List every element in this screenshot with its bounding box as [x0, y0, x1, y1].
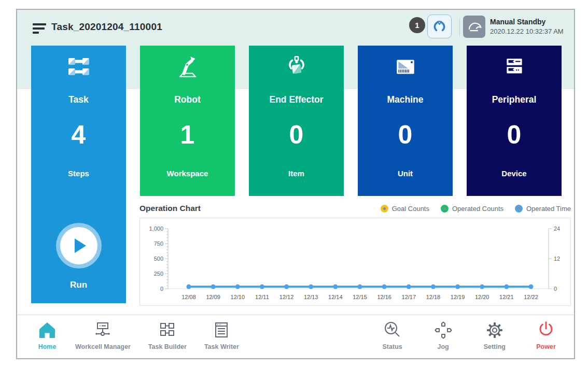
nav-jog[interactable]: Jog [433, 320, 454, 350]
svg-text:12/22: 12/22 [524, 294, 538, 300]
legend-operated-counts: Operated Counts [441, 205, 503, 213]
svg-text:12/17: 12/17 [402, 294, 416, 300]
workcell-manager-icon [92, 320, 113, 341]
card-task[interactable]: Task 4 Steps Run [31, 46, 126, 303]
nav-power[interactable]: Power [536, 320, 556, 350]
card-label: End Effector [249, 94, 344, 105]
nav-home[interactable]: Home [37, 320, 58, 350]
card-value: 0 [358, 120, 453, 150]
status-icon [382, 320, 403, 341]
machine-icon [358, 54, 453, 79]
svg-text:250: 250 [154, 271, 163, 277]
gripper-end-effector-icon [249, 54, 344, 79]
card-label: Machine [358, 94, 453, 105]
card-value: 0 [249, 120, 344, 150]
legend-operated-time: Operated Time [515, 205, 571, 213]
nav-label: Jog [438, 343, 449, 350]
nav-label: Task Builder [148, 343, 187, 350]
card-label: Task [31, 94, 126, 105]
svg-text:12/21: 12/21 [499, 294, 514, 300]
mode-label: Manual Standby [490, 17, 564, 27]
gripper-icon [432, 20, 446, 34]
card-value: 1 [140, 120, 235, 150]
card-unit: Device [467, 169, 562, 178]
goal-counts-dot-icon [381, 205, 388, 213]
run-button[interactable] [56, 223, 102, 269]
svg-text:12/20: 12/20 [475, 294, 489, 300]
manual-mode-button[interactable] [463, 16, 485, 38]
nav-label: Task Writer [204, 343, 239, 350]
card-label: Peripheral [467, 94, 562, 105]
operation-chart-svg: 02505007501,0000122412/0812/0912/1012/11… [140, 218, 570, 305]
task-icon [31, 54, 126, 79]
svg-text:12/15: 12/15 [353, 294, 367, 300]
jog-icon [433, 320, 454, 341]
svg-text:0: 0 [160, 286, 163, 292]
svg-text:12/08: 12/08 [181, 294, 196, 300]
chart-legend: Goal Counts Operated Counts Operated Tim… [381, 205, 571, 213]
card-unit: Steps [31, 169, 126, 178]
bottom-nav: Home Workcell Manager Task Builder [17, 315, 574, 358]
timestamp: 2020.12.22 10:32:37 AM [490, 27, 564, 36]
chart-title: Operation Chart [139, 204, 201, 213]
svg-text:12/09: 12/09 [206, 294, 220, 300]
svg-text:500: 500 [154, 256, 163, 262]
operated-time-dot-icon [515, 205, 523, 213]
card-machine[interactable]: Machine 0 Unit [358, 46, 453, 196]
card-unit: Workspace [140, 169, 235, 178]
card-end-effector[interactable]: End Effector 0 Item [249, 46, 344, 196]
robot-arm-icon [140, 54, 235, 79]
svg-text:12/11: 12/11 [255, 294, 269, 300]
card-robot[interactable]: Robot 1 Workspace [140, 46, 235, 196]
svg-text:12/10: 12/10 [231, 294, 245, 300]
svg-text:1,000: 1,000 [149, 225, 163, 232]
notification-badge[interactable]: 1 [409, 17, 425, 33]
nav-workcell-manager[interactable]: Workcell Manager [75, 320, 131, 350]
gripper-tool-button[interactable] [427, 15, 452, 38]
svg-text:0: 0 [554, 286, 557, 292]
nav-label: Workcell Manager [75, 343, 131, 350]
svg-text:12/16: 12/16 [377, 294, 391, 300]
legend-label: Operated Time [526, 205, 571, 213]
task-writer-icon [211, 320, 232, 341]
nav-status[interactable]: Status [382, 320, 403, 350]
chart-header: Operation Chart Goal Counts Operated Cou… [139, 202, 571, 215]
operated-counts-dot-icon [441, 205, 449, 213]
app-window: Task_20201204_110001 1 Manual Standby 20… [16, 9, 575, 359]
screen: Task_20201204_110001 1 Manual Standby 20… [0, 0, 588, 367]
svg-text:750: 750 [154, 241, 163, 247]
svg-text:12/19: 12/19 [451, 294, 465, 300]
card-label: Robot [140, 94, 235, 105]
svg-text:12/12: 12/12 [279, 294, 294, 300]
nav-task-builder[interactable]: Task Builder [148, 320, 187, 350]
header-divider [459, 19, 460, 36]
nav-setting[interactable]: Setting [484, 320, 506, 350]
operation-chart: 02505007501,0000122412/0812/0912/1012/11… [139, 218, 571, 306]
play-icon [60, 227, 97, 264]
hand-icon [466, 18, 483, 36]
svg-text:24: 24 [554, 225, 560, 232]
svg-text:12/13: 12/13 [304, 294, 318, 300]
svg-text:12/18: 12/18 [426, 294, 441, 300]
card-peripheral[interactable]: Peripheral 0 Device [467, 46, 562, 196]
home-icon [37, 320, 58, 341]
legend-label: Goal Counts [392, 205, 429, 213]
card-unit: Unit [358, 169, 453, 178]
task-builder-icon [157, 320, 178, 341]
nav-label: Power [536, 343, 556, 350]
power-icon [536, 320, 556, 341]
mode-status: Manual Standby 2020.12.22 10:32:37 AM [490, 17, 564, 36]
menu-icon[interactable] [33, 23, 47, 35]
svg-text:12: 12 [554, 256, 560, 262]
nav-label: Home [38, 343, 57, 350]
run-label: Run [31, 280, 126, 290]
peripheral-icon [467, 54, 562, 79]
legend-goal-counts: Goal Counts [381, 205, 429, 213]
nav-task-writer[interactable]: Task Writer [204, 320, 239, 350]
card-unit: Item [249, 169, 344, 178]
nav-label: Setting [484, 343, 506, 350]
legend-label: Operated Counts [452, 205, 503, 213]
card-value: 4 [31, 120, 126, 150]
card-value: 0 [467, 120, 562, 150]
task-title: Task_20201204_110001 [51, 21, 162, 33]
